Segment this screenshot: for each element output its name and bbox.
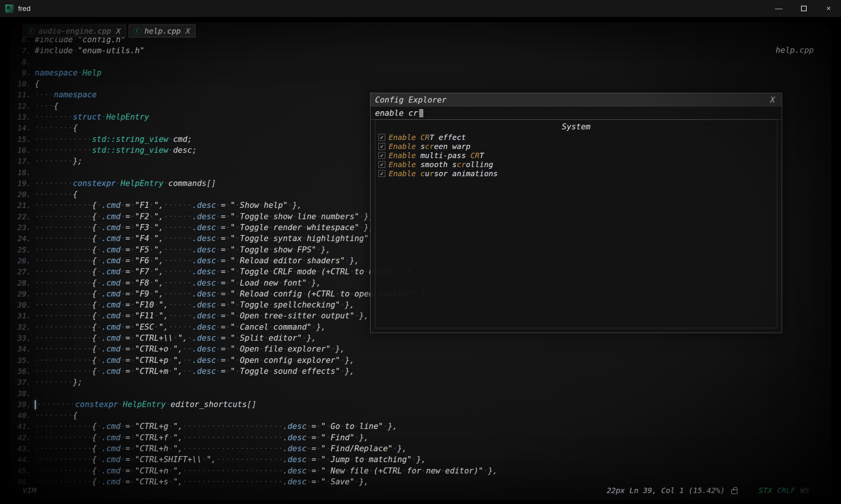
code-line[interactable]: 45.············{·.cmd·=·"CTRL+n·",······… (11, 466, 831, 477)
whitespace-dots: · (149, 223, 154, 232)
whitespace-dots: · (269, 245, 274, 254)
status-flag-crlf[interactable]: CRLF (777, 486, 795, 495)
whitespace-dots: ············ (35, 422, 92, 431)
config-item[interactable]: ✓Enable smooth scrolling (378, 160, 774, 169)
line-number: 40. (11, 411, 31, 422)
whitespace-dots: · (154, 323, 159, 332)
tab-close-icon[interactable]: X (186, 26, 190, 35)
config-item[interactable]: ✓Enable cursor animations (378, 169, 774, 178)
whitespace-dots: · (392, 444, 397, 453)
whitespace-dots: · (97, 245, 101, 254)
whitespace-dots: · (292, 245, 297, 254)
minimize-button[interactable]: — (766, 0, 791, 17)
whitespace-dots: · (130, 311, 135, 320)
code-text: #include·"enum-utils.h" (35, 46, 145, 57)
whitespace-dots: · (326, 455, 331, 464)
whitespace-dots: · (202, 455, 207, 464)
code-line[interactable]: 42.············{·.cmd·=·"CTRL+f·",······… (11, 433, 831, 444)
whitespace-dots: · (130, 234, 135, 243)
line-number: 27. (11, 267, 31, 278)
code-line[interactable]: 7.#include·"enum-utils.h" (11, 46, 831, 57)
code-line[interactable]: 33.············{·.cmd·=·"CTRL+\\·",·.des… (11, 333, 831, 344)
tab-help[interactable]: C help.cpp X (129, 25, 195, 37)
code-line[interactable]: 38. (11, 389, 831, 400)
code-line[interactable]: 8. (11, 57, 831, 68)
popup-close-icon[interactable]: X (768, 95, 777, 104)
whitespace-dots: · (326, 422, 331, 431)
whitespace-dots: · (235, 344, 240, 353)
code-line[interactable]: 44.············{·.cmd·=·"CTRL+SHIFT+\\·"… (11, 455, 831, 466)
whitespace-dots: · (226, 300, 231, 309)
code-text: ············{·.cmd·=·"F4·",······.desc·=… (35, 234, 383, 245)
code-line[interactable]: 9.namespace·Help (11, 68, 831, 79)
code-line[interactable]: 10.{ (11, 79, 831, 90)
whitespace-dots: · (97, 344, 101, 353)
whitespace-dots: ············ (35, 234, 92, 243)
tab-close-icon[interactable]: X (116, 26, 121, 35)
line-number: 10. (11, 79, 31, 90)
config-item[interactable]: ✓Enable screen warp (378, 142, 774, 151)
whitespace-dots: · (130, 356, 135, 365)
line-number: 30. (11, 300, 31, 311)
tab-audio-engine[interactable]: C audio-engine.cpp X (23, 25, 126, 37)
code-line[interactable]: 41.············{·.cmd·=·"CTRL+g·",······… (11, 422, 831, 433)
config-item[interactable]: ✓Enable CRT effect (378, 133, 774, 142)
query-cursor (419, 109, 423, 117)
checkbox-icon[interactable]: ✓ (378, 134, 385, 141)
whitespace-dots: · (278, 278, 283, 287)
search-query-input[interactable]: enable cr (371, 107, 782, 120)
whitespace-dots: · (97, 234, 101, 243)
whitespace-dots: ······ (163, 201, 192, 210)
whitespace-dots: · (149, 289, 154, 298)
code-line[interactable]: 35.············{·.cmd·=·"CTRL+p·",··.des… (11, 356, 831, 367)
whitespace-dots: · (307, 444, 312, 453)
whitespace-dots: · (383, 422, 388, 431)
status-flag-ws[interactable]: WS (800, 486, 809, 495)
whitespace-dots: · (130, 245, 135, 254)
code-line[interactable]: 34.············{·.cmd·=·"CTRL+o·",··.des… (11, 344, 831, 355)
whitespace-dots: · (97, 477, 101, 486)
maximize-button[interactable] (791, 0, 816, 17)
whitespace-dots: · (97, 422, 101, 431)
whitespace-dots: · (288, 201, 292, 210)
whitespace-dots: · (483, 466, 488, 475)
whitespace-dots: ············ (35, 356, 92, 365)
code-line[interactable]: 39.········constexpr·HelpEntry·editor_sh… (11, 400, 831, 411)
whitespace-dots: · (307, 422, 312, 431)
status-flag-stx[interactable]: STX (759, 486, 772, 495)
whitespace-dots: · (130, 267, 135, 276)
close-button[interactable]: × (816, 0, 841, 17)
whitespace-dots: · (216, 245, 221, 254)
whitespace-dots: · (97, 333, 101, 343)
whitespace-dots: · (340, 422, 345, 431)
whitespace-dots: · (216, 212, 221, 221)
whitespace-dots: · (97, 323, 101, 332)
whitespace-dots: ····· (168, 300, 192, 309)
checkbox-icon[interactable]: ✓ (378, 161, 385, 168)
whitespace-dots: · (302, 256, 307, 265)
line-number: 41. (11, 422, 31, 433)
code-line[interactable]: 37.········}; (11, 378, 831, 389)
whitespace-dots: ············ (35, 323, 92, 332)
whitespace-dots: ············ (35, 135, 92, 144)
whitespace-dots: · (97, 367, 101, 376)
whitespace-dots: · (226, 223, 231, 232)
whitespace-dots: ············ (35, 223, 92, 232)
code-line[interactable]: 36.············{·.cmd·=·"CTRL+m·",··.des… (11, 367, 831, 378)
code-line[interactable]: 43.············{·.cmd·=·"CTRL+h·",······… (11, 444, 831, 455)
line-number: 37. (11, 378, 31, 389)
config-item-list: System ✓Enable CRT effect✓Enable screen … (375, 120, 777, 328)
code-line[interactable]: 40.········{ (11, 411, 831, 422)
config-item[interactable]: ✓Enable multi-pass CRT (378, 151, 774, 160)
whitespace-dots: · (235, 323, 240, 332)
code-text: ············{·.cmd·=·"CTRL+SHIFT+\\·",··… (35, 455, 426, 466)
checkbox-icon[interactable]: ✓ (378, 152, 385, 159)
whitespace-dots: · (121, 212, 126, 221)
checkbox-icon[interactable]: ✓ (378, 143, 385, 150)
line-number: 32. (11, 323, 31, 333)
whitespace-dots: · (302, 223, 307, 232)
lock-icon[interactable] (731, 489, 738, 494)
whitespace-dots: · (121, 455, 126, 464)
code-text: namespace·Help (35, 68, 101, 79)
checkbox-icon[interactable]: ✓ (378, 170, 385, 177)
